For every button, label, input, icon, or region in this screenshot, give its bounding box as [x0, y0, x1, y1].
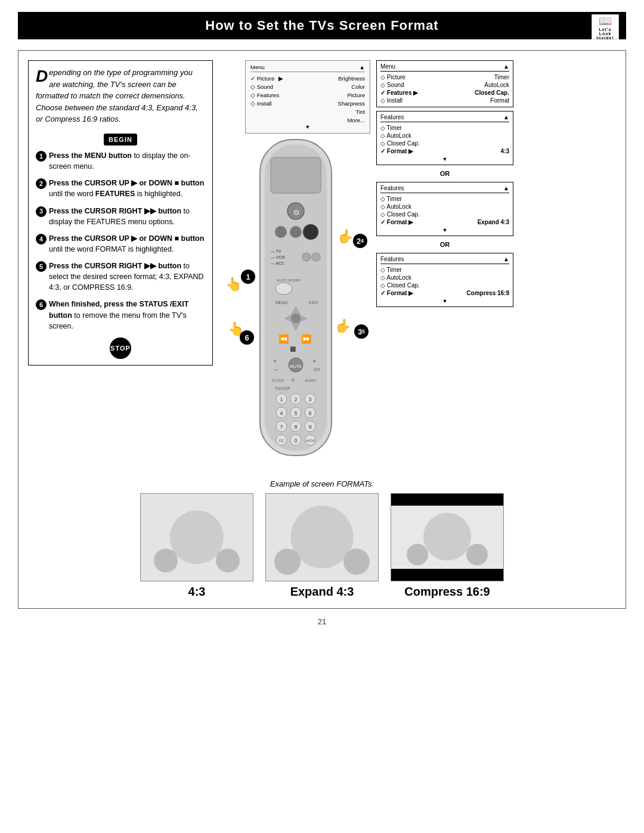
svg-text:6: 6: [308, 410, 311, 416]
svg-text:— TV: — TV: [271, 249, 281, 253]
svg-text:−: −: [274, 366, 277, 373]
drop-cap: D: [36, 68, 48, 85]
step-text-5: Press the CURSOR RIGHT ▶▶ button to sele…: [49, 261, 205, 293]
top-menu-screenshot: Menu ▲ Picture ▶ Brightness Sound Color …: [245, 60, 370, 134]
format-image-expand43: [265, 493, 379, 581]
remote-and-menus: Menu ▲ Picture ▶ Brightness Sound Color …: [221, 60, 616, 467]
mp-footer-4: ▼: [380, 297, 509, 304]
mp-row-2-closedcap: ◇ Closed Cap.: [380, 140, 509, 147]
mp-row-3-format: ✓ Format ▶Expand 4:3: [380, 218, 509, 226]
hand-icon-2: 👆: [338, 229, 354, 244]
svg-text:CH: CH: [314, 367, 320, 371]
mp-footer-3: ▼: [380, 226, 509, 233]
mp-footer-2: ▼: [380, 155, 509, 162]
mp-row-3-timer: ◇ Timer: [380, 195, 509, 203]
step-badge-2-4: 24: [353, 234, 367, 248]
mp-row-2-autolock: ◇ AutoLock: [380, 132, 509, 140]
svg-text:MUTE: MUTE: [290, 364, 302, 368]
tms-row-features: Features Picture: [250, 91, 365, 99]
tms-footer: ▼: [250, 124, 365, 130]
remote-wrap: ⏻ — TV — VCR — ACC AUTO SOUND: [236, 134, 355, 467]
mp-row-1-sound: ◇ SoundAutoLock: [380, 81, 509, 89]
mp-row-1-picture: ◇ PictureTimer: [380, 73, 509, 81]
lets-look-label: Let's Look Inside!: [592, 27, 618, 40]
step-badge-3-5: 35: [354, 324, 369, 339]
svg-text:CLOCK: CLOCK: [272, 379, 284, 382]
mp-row-1-install: ◇ InstallFormat: [380, 97, 509, 104]
hand-icon-3: 👆: [335, 318, 351, 334]
format-image-43: [140, 493, 253, 581]
top-section: D epending on the type of programming yo…: [28, 60, 616, 467]
svg-text:9: 9: [308, 424, 311, 430]
svg-text:8: 8: [294, 424, 297, 430]
tms-row-install: Install Sharpness: [250, 99, 365, 107]
step-6: 6 When finished, press the STATUS /EXIT …: [36, 299, 205, 331]
step-text-1: Press the MENU button to display the on-…: [49, 150, 205, 172]
step-num-1: 1: [36, 151, 47, 162]
mp-row-3-closedcap: ◇ Closed Cap.: [380, 210, 509, 218]
begin-badge: BEGIN: [104, 134, 137, 146]
step-num-6: 6: [36, 299, 47, 310]
hand-icon-1: 👆: [225, 277, 242, 292]
step-1: 1 Press the MENU button to display the o…: [36, 150, 205, 172]
svg-text:A/CH: A/CH: [306, 439, 314, 442]
svg-text:7: 7: [280, 424, 283, 430]
mp-header-4: Features ▲: [380, 256, 509, 264]
page-title: How to Set the TVs Screen Format: [205, 18, 438, 33]
hand-icon-4: 👆: [228, 321, 244, 337]
format-label-43: 4:3: [188, 585, 206, 599]
svg-text:— VCR: — VCR: [271, 255, 285, 259]
svg-point-7: [303, 224, 318, 240]
step-badge-1: 1: [241, 270, 255, 284]
mp-header-1: Menu ▲: [380, 63, 509, 72]
format-label-compress169: Compress 16:9: [404, 585, 490, 599]
svg-text:⏪: ⏪: [278, 334, 289, 344]
svg-text:5: 5: [294, 410, 297, 416]
format-box-compress169: Compress 16:9: [391, 493, 504, 599]
svg-text:II: II: [292, 377, 294, 383]
svg-text:1: 1: [280, 397, 283, 402]
step-text-4: Press the CURSOR UP ▶ or DOWN ■ button u…: [49, 233, 205, 255]
tms-row-sound: Sound Color: [250, 82, 365, 91]
main-content: D epending on the type of programming yo…: [18, 50, 626, 609]
stop-badge: STOP: [36, 337, 205, 359]
step-4: 4 Press the CURSOR UP ▶ or DOWN ■ button…: [36, 233, 205, 255]
mp-header-2: Features ▲: [380, 114, 509, 122]
mp-row-2-timer: ◇ Timer: [380, 124, 509, 132]
svg-text:SLEEP: SLEEP: [305, 379, 316, 382]
book-icon: 📖: [599, 14, 612, 27]
svg-point-5: [275, 226, 287, 238]
format-box-expand43: Expand 4:3: [265, 493, 379, 599]
svg-point-14: [275, 283, 292, 295]
mp-row-4-closedcap: ◇ Closed Cap.: [380, 281, 509, 289]
bottom-section: Example of screen FORMATs: 4:3: [28, 479, 616, 599]
svg-text:+: +: [273, 357, 277, 364]
page-header: How to Set the TVs Screen Format 📖 Let's…: [18, 12, 626, 39]
tms-row-picture: Picture ▶ Brightness: [250, 74, 365, 82]
lets-look-badge: 📖 Let's Look Inside!: [592, 14, 619, 39]
mp-header-3: Features ▲: [380, 185, 509, 193]
mp-row-4-format: ✓ Format ▶Compress 16:9: [380, 289, 509, 297]
intro-body: epending on the type of programming you …: [36, 68, 198, 123]
svg-text:⏩: ⏩: [301, 334, 312, 344]
tms-header: Menu ▲: [250, 64, 365, 72]
mp-row-2-format: ✓ Format ▶4:3: [380, 147, 509, 155]
svg-text:MENU: MENU: [275, 301, 288, 305]
mp-row-1-features: ✓ Features ▶Closed Cap.: [380, 89, 509, 97]
step-num-5: 5: [36, 261, 47, 272]
page-number: 21: [318, 617, 326, 626]
svg-text:— ACC: — ACC: [271, 261, 284, 265]
right-panels: Menu ▲ ◇ PictureTimer ◇ SoundAutoLock ✓ …: [376, 60, 513, 307]
compress-inner: [391, 506, 503, 569]
instructions-panel: D epending on the type of programming yo…: [28, 60, 213, 366]
tms-row-tint: Tint: [250, 107, 365, 116]
intro-text: D epending on the type of programming yo…: [36, 67, 205, 125]
format-examples: 4:3 Expand 4:3: [140, 493, 504, 599]
mp-row-3-autolock: ◇ AutoLock: [380, 203, 509, 210]
mp-row-4-timer: ◇ Timer: [380, 266, 509, 274]
svg-text:CC: CC: [279, 439, 284, 442]
svg-point-12: [312, 253, 320, 261]
mp-row-4-autolock: ◇ AutoLock: [380, 274, 509, 281]
svg-text:+: +: [312, 357, 316, 364]
step-num-2: 2: [36, 178, 47, 189]
